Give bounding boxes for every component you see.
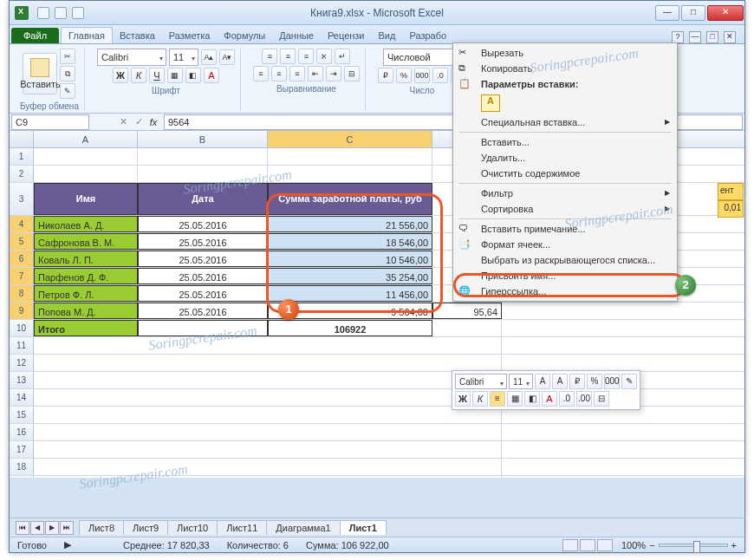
cell[interactable] [34,372,502,388]
cell[interactable] [34,337,502,354]
grow-font-icon[interactable]: A▴ [201,49,217,65]
currency-icon[interactable]: ₽ [378,68,393,83]
cell[interactable] [34,407,502,423]
nav-next-icon[interactable]: ▶ [45,521,59,535]
align-br-icon[interactable]: ≡ [289,66,305,81]
view-break-icon[interactable] [597,539,613,551]
tab-formulas[interactable]: Формулы [217,28,272,43]
cell[interactable] [34,441,502,458]
sheet-tab[interactable]: Лист10 [167,520,218,535]
maximize-button[interactable]: □ [681,5,705,21]
row-hdr[interactable]: 4 [10,216,34,232]
qat-undo-icon[interactable] [55,7,67,19]
sheet-tab[interactable]: Лист8 [79,520,124,535]
underline-button[interactable]: Ч [149,68,165,83]
cell[interactable] [34,476,502,478]
shrink-font-icon[interactable]: A▾ [219,49,235,65]
row-hdr[interactable]: 3 [10,183,34,215]
font-combo[interactable]: Calibri [97,49,166,66]
tab-developer[interactable]: Разрабо [402,28,453,43]
mini-percent-icon[interactable]: % [587,374,602,389]
file-tab[interactable]: Файл [11,28,59,43]
cell[interactable] [268,166,432,182]
cell[interactable] [268,148,432,165]
inc-dec-icon[interactable]: .0 [432,68,448,83]
ctx-define-name[interactable]: Присвоить имя... [455,268,675,283]
cell-name[interactable]: Парфенов Д. Ф. [34,268,138,284]
format-painter-icon[interactable]: ✎ [60,83,75,99]
fx-icon[interactable]: fx [146,117,160,127]
merge-icon[interactable]: ⊟ [344,66,360,81]
ctx-paste-special[interactable]: Специальная вставка...▶ [455,114,675,130]
cell[interactable] [138,166,268,182]
mini-shrink-icon[interactable]: A [552,374,568,389]
ctx-delete[interactable]: Удалить... [455,150,675,166]
sheet-tab[interactable]: Лист11 [217,520,267,535]
nav-prev-icon[interactable]: ◀ [30,521,44,535]
row-hdr[interactable]: 10 [10,320,34,336]
select-all-corner[interactable] [10,131,34,147]
name-box[interactable] [11,114,89,130]
cell[interactable] [432,320,502,336]
cell[interactable] [34,148,138,165]
align-bc-icon[interactable]: ≡ [271,66,287,81]
ctx-copy[interactable]: ⧉Копировать [455,61,675,76]
minimize-button[interactable]: — [655,5,679,21]
row-hdr[interactable]: 12 [10,355,34,371]
qat-save-icon[interactable] [37,7,49,19]
qat-redo-icon[interactable] [72,7,84,19]
border-icon[interactable]: ▦ [167,68,183,83]
cell-name[interactable]: Николаев А. Д. [34,216,138,232]
ctx-clear[interactable]: Очистить содержимое [455,166,675,181]
col-C[interactable]: C [268,131,432,147]
view-normal-icon[interactable] [562,539,578,551]
cell[interactable] [34,424,502,440]
cell-name[interactable]: Коваль Л. П. [34,251,138,267]
ctx-comment[interactable]: 🗨Вставить примечание... [455,221,675,237]
cell-date[interactable]: 25.05.2016 [138,303,268,319]
ctx-filter[interactable]: Фильтр▶ [455,186,675,201]
mdi-close-icon[interactable]: ✕ [724,31,736,43]
cell[interactable] [34,166,138,182]
help-icon[interactable]: ? [672,31,684,43]
cell-date[interactable]: 25.05.2016 [138,233,268,250]
indent-dec-icon[interactable]: ⇤ [308,66,323,81]
font-color-icon[interactable]: A [204,68,219,83]
ctx-sort[interactable]: Сортировка▶ [455,201,675,217]
ctx-hyperlink[interactable]: 🌐Гиперссылка... [455,283,675,299]
row-hdr[interactable]: 16 [10,424,34,440]
cell-date[interactable]: 25.05.2016 [138,216,268,232]
cell[interactable] [138,320,268,336]
row-hdr[interactable]: 9 [10,303,34,319]
italic-button[interactable]: К [131,68,146,83]
cell-name[interactable]: Попова М. Д. [34,303,138,319]
row-hdr[interactable]: 6 [10,251,34,267]
mini-formatpainter-icon[interactable]: ✎ [621,374,637,389]
sheet-tab[interactable]: Лист9 [123,520,168,535]
tab-layout[interactable]: Разметка [162,28,218,43]
col-B[interactable]: B [138,131,268,147]
mini-font-combo[interactable]: Calibri [455,374,507,389]
cell-total-sum[interactable]: 106922 [268,320,432,336]
cell-name[interactable]: Сафронова В. М. [34,233,138,250]
cell-date[interactable]: 25.05.2016 [138,268,268,284]
mini-decdec-icon[interactable]: .00 [576,391,592,407]
mdi-min-icon[interactable]: — [689,31,701,43]
percent-icon[interactable]: % [396,68,412,83]
header-name[interactable]: Имя [34,183,138,215]
mini-merge-icon[interactable]: ⊟ [594,391,609,407]
zoom-in-icon[interactable]: + [731,540,737,550]
close-button[interactable]: ✕ [707,5,744,21]
row-hdr[interactable]: 1 [10,148,34,165]
align-tr-icon[interactable]: ≡ [298,49,314,64]
ctx-paste-values[interactable]: A [455,92,675,114]
tab-insert[interactable]: Вставка [113,28,162,43]
align-bl-icon[interactable]: ≡ [253,66,269,81]
wrap-text-icon[interactable]: ↵ [335,49,350,64]
ctx-format-cells[interactable]: 📑Формат ячеек... [455,237,675,252]
row-hdr[interactable]: 17 [10,441,34,458]
fontsize-combo[interactable]: 11 [169,49,198,66]
row-hdr[interactable]: 13 [10,372,34,388]
cell-sum[interactable]: 21 556,00 [268,216,432,232]
mdi-restore-icon[interactable]: □ [706,31,718,43]
